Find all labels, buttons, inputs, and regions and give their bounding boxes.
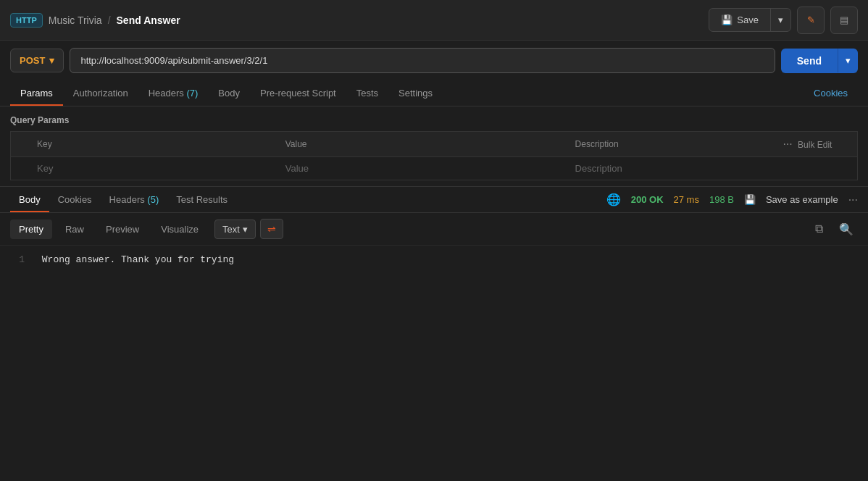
method-chevron-icon: ▾	[49, 55, 54, 66]
tab-params[interactable]: Params	[10, 80, 63, 106]
send-button[interactable]: Send	[781, 49, 838, 73]
http-badge: HTTP	[10, 13, 43, 28]
app-header: HTTP Music Trivia / Send Answer 💾 Save ▾…	[0, 0, 868, 41]
edit-button[interactable]: ✎	[797, 7, 825, 34]
row-checkbox-cell	[11, 157, 29, 180]
table-header-value: Value	[277, 132, 567, 157]
response-status: 🌐 200 OK 27 ms 198 B 💾 Save as example ·…	[606, 193, 858, 206]
method-label: POST	[20, 55, 45, 66]
format-type-label: Text	[222, 224, 240, 235]
format-tab-raw[interactable]: Raw	[57, 219, 93, 239]
request-tabs-bar: Params Authorization Headers (7) Body Pr…	[0, 80, 868, 106]
response-tab-headers[interactable]: Headers (5)	[101, 187, 168, 212]
edit-icon: ✎	[807, 14, 815, 25]
breadcrumb-current: Send Answer	[117, 14, 180, 26]
tab-tests[interactable]: Tests	[346, 80, 388, 106]
response-size: 198 B	[709, 194, 734, 205]
copy-button[interactable]: ⧉	[807, 219, 830, 239]
format-type-select[interactable]: Text ▾	[214, 219, 256, 239]
tab-cookies[interactable]: Cookies	[804, 80, 858, 106]
row-key-cell[interactable]: Key	[28, 157, 277, 180]
params-section: Query Params Key Value Description ··· B…	[0, 106, 868, 180]
row-description-cell[interactable]: Description	[567, 157, 858, 180]
save-button[interactable]: 💾 Save	[709, 9, 770, 31]
format-type-chevron-icon: ▾	[243, 224, 248, 235]
method-select[interactable]: POST ▾	[10, 49, 64, 72]
wrap-lines-button[interactable]: ⇌	[260, 219, 283, 239]
url-input[interactable]	[70, 48, 775, 73]
breadcrumb: HTTP Music Trivia / Send Answer	[10, 13, 180, 28]
table-header-checkbox	[11, 132, 29, 157]
send-dropdown-button[interactable]: ▾	[838, 49, 858, 72]
header-actions: 💾 Save ▾ ✎ ▤	[709, 7, 858, 34]
tab-headers[interactable]: Headers (7)	[138, 80, 209, 106]
bulk-edit-dots-icon: ···	[783, 138, 792, 150]
send-button-group: Send ▾	[781, 49, 858, 73]
row-value-cell[interactable]: Value	[277, 157, 567, 180]
search-button[interactable]: 🔍	[835, 219, 858, 239]
status-code: 200 OK	[631, 194, 664, 205]
breadcrumb-parent[interactable]: Music Trivia	[49, 14, 102, 26]
response-tabs-bar: Body Cookies Headers (5) Test Results 🌐 …	[0, 187, 868, 213]
comment-button[interactable]: ▤	[830, 7, 858, 34]
table-header-description: Description	[567, 132, 775, 157]
format-tab-pretty[interactable]: Pretty	[10, 219, 52, 239]
query-params-title: Query Params	[10, 115, 858, 125]
response-tab-cookies[interactable]: Cookies	[49, 187, 101, 212]
save-as-example-button[interactable]: Save as example	[766, 194, 838, 205]
breadcrumb-separator: /	[108, 14, 111, 26]
response-tab-test-results[interactable]: Test Results	[167, 187, 236, 212]
table-row: Key Value Description	[11, 157, 858, 180]
table-header-key: Key	[28, 132, 277, 157]
tab-pre-request-script[interactable]: Pre-request Script	[250, 80, 346, 106]
url-bar: POST ▾ Send ▾	[0, 41, 868, 80]
response-tab-body[interactable]: Body	[10, 187, 49, 212]
tab-body[interactable]: Body	[208, 80, 250, 106]
response-line-1: Wrong answer. Thank you for trying	[42, 254, 234, 265]
format-tab-visualize[interactable]: Visualize	[152, 219, 207, 239]
format-bar-right-actions: ⧉ 🔍	[807, 219, 858, 239]
save-dropdown-button[interactable]: ▾	[770, 9, 790, 31]
tab-authorization[interactable]: Authorization	[63, 80, 138, 106]
response-time: 27 ms	[674, 194, 699, 205]
comment-icon: ▤	[840, 14, 848, 25]
format-tab-preview[interactable]: Preview	[97, 219, 148, 239]
response-body: 1 Wrong answer. Thank you for trying	[0, 246, 868, 274]
query-params-table: Key Value Description ··· Bulk Edit Key …	[10, 131, 858, 180]
save-label: Save	[737, 14, 759, 25]
format-bar: Pretty Raw Preview Visualize Text ▾ ⇌ ⧉ …	[0, 213, 868, 246]
line-number-1: 1	[10, 254, 25, 265]
save-button-group: 💾 Save ▾	[709, 8, 791, 32]
bulk-edit-link[interactable]: Bulk Edit	[798, 140, 832, 150]
save-icon: 💾	[721, 14, 733, 25]
globe-icon: 🌐	[606, 193, 621, 206]
save-example-icon: 💾	[744, 194, 756, 205]
tab-settings[interactable]: Settings	[388, 80, 443, 106]
table-header-actions: ··· Bulk Edit	[774, 132, 857, 157]
wrap-icon: ⇌	[267, 223, 276, 235]
more-options-icon[interactable]: ···	[848, 193, 858, 206]
